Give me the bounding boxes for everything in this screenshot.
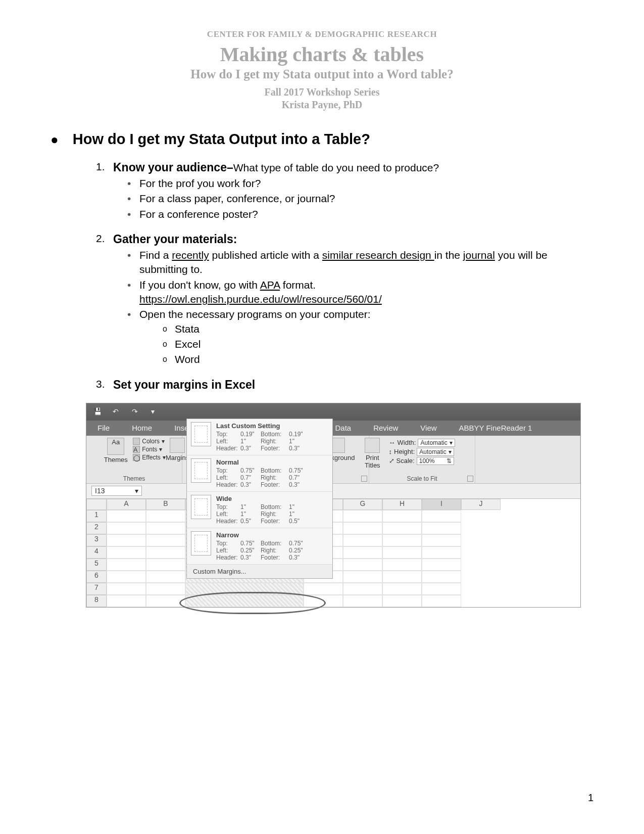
tab-file[interactable]: File [86,421,121,436]
custom-margins-button[interactable]: Custom Margins... [187,565,332,578]
customize-qat-icon[interactable]: ▾ [151,407,160,416]
step-title-1: Know your audience– [113,161,233,174]
list-item: If you don't know, go with APA format. h… [124,278,593,307]
header-title: Making charts & tables [0,42,644,66]
list-item: Find a recently published article with a… [124,248,593,277]
margins-preview-icon [191,458,211,483]
col-header[interactable]: I [422,499,461,510]
margins-preview-icon [191,531,211,555]
list-item: For the prof you work for? [124,176,593,191]
col-header[interactable]: G [343,499,382,510]
main-heading: How do I get my Stata Output into a Tabl… [73,131,370,148]
scale-icon: ⤢ [389,457,394,465]
quick-access-toolbar: 💾 ↶ ↷ ▾ [86,403,580,421]
scale-field[interactable]: 100% ⇅ [417,457,454,465]
apa-link[interactable]: https://owl.english.purdue.edu/owl/resou… [139,293,382,305]
tab-view[interactable]: View [409,421,448,436]
row-header[interactable]: 2 [86,522,107,534]
colors-button[interactable]: Colors ▾ [133,438,165,445]
colors-icon [133,438,140,445]
row-header[interactable]: 6 [86,571,107,583]
fonts-button[interactable]: AFonts ▾ [133,446,165,453]
list-item: Excel [161,337,593,351]
row-header[interactable]: 3 [86,534,107,546]
step-num-2: 2. [96,233,105,245]
list-item: Word [161,352,593,366]
tab-abbyy[interactable]: ABBYY FineReader 1 [448,421,543,436]
undo-icon[interactable]: ↶ [113,407,122,416]
annotation-oval [179,592,326,614]
redo-icon[interactable]: ↷ [132,407,141,416]
margins-option-last[interactable]: Last Custom Setting Top:0.19"Bottom:0.19… [187,419,332,455]
width-icon: ↔ [389,439,395,446]
width-field[interactable]: Automatic ▾ [418,439,455,447]
col-header[interactable]: H [382,499,422,510]
margins-option-wide[interactable]: Wide Top:1"Bottom:1" Left:1"Right:1" Hea… [187,492,332,528]
col-header[interactable]: J [461,499,501,510]
effects-icon: ◯ [133,454,140,461]
list-item: Open the necessary programs on your comp… [124,307,593,366]
group-label-scale: Scale to Fit [407,475,437,483]
step-tail-1: What type of table do you need to produc… [233,162,439,173]
bullet-disc: ● [51,133,59,146]
row-header[interactable]: 1 [86,510,107,522]
header-subtitle: How do I get my Stata output into a Word… [0,67,644,81]
list-item: For a conference poster? [124,207,593,221]
row-header[interactable]: 8 [86,595,107,607]
row-header[interactable]: 4 [86,546,107,559]
list-item: For a class paper, conference, or journa… [124,192,593,206]
group-label-themes: Themes [123,475,145,483]
themes-button[interactable]: Aa Themes [103,438,129,464]
step-num-1: 1. [96,161,105,173]
tab-home[interactable]: Home [121,421,163,436]
save-icon[interactable]: 💾 [93,407,103,416]
page-number: 1 [588,792,593,804]
ribbon-tabs: File Home Insert Page Layout Formulas Da… [86,421,580,436]
step-num-3: 3. [96,378,105,390]
step-title-2: Gather your materials: [113,233,237,246]
margins-dropdown: Last Custom Setting Top:0.19"Bottom:0.19… [186,419,333,579]
header-author: Krista Payne, PhD [0,99,644,111]
col-header[interactable]: B [146,499,185,510]
row-header[interactable]: 7 [86,583,107,595]
select-all-corner[interactable] [86,499,107,510]
header-series: Fall 2017 Workshop Series [0,86,644,98]
margins-option-narrow[interactable]: Narrow Top:0.75"Bottom:0.75" Left:0.25"R… [187,528,332,565]
height-field[interactable]: Automatic ▾ [417,448,454,456]
margins-preview-icon [191,422,211,446]
list-item: Stata [161,322,593,336]
excel-screenshot: 💾 ↶ ↷ ▾ File Home Insert Page Layout For… [86,403,581,608]
step-title-3: Set your margins in Excel [113,378,255,391]
col-header[interactable]: A [107,499,146,510]
effects-button[interactable]: ◯Effects ▾ [133,454,165,461]
header-org: CENTER FOR FAMILY & DEMOGRAPHIC RESEARCH [0,29,644,39]
row-header[interactable]: 5 [86,559,107,571]
scale-dialog-launcher[interactable] [467,476,473,482]
name-box[interactable]: I13▾ [91,486,142,496]
chevron-down-icon: ▾ [135,487,138,495]
margins-option-normal[interactable]: Normal Top:0.75"Bottom:0.75" Left:0.7"Ri… [187,455,332,492]
themes-icon: Aa [107,438,124,455]
margins-preview-icon [191,495,211,519]
page-setup-dialog-launcher[interactable] [361,476,367,482]
margins-icon [170,438,185,453]
fonts-icon: A [133,446,140,453]
tab-review[interactable]: Review [362,421,409,436]
height-icon: ↕ [389,448,392,455]
